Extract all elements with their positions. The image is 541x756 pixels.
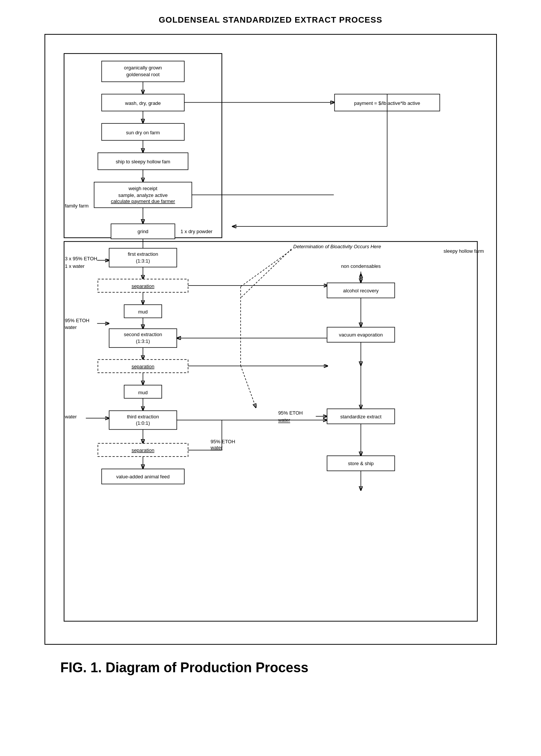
second-extraction-text: second extraction [124, 332, 162, 337]
store-ship-text: store & ship [348, 461, 374, 466]
etoh-95-sep3: 95% ETOH [210, 439, 235, 444]
vacuum-evaporation-text: vacuum evaporation [339, 332, 383, 338]
third-extraction-ratio: (1:0:1) [136, 420, 150, 426]
etoh-3x-text: 3 x 95% ETOH [64, 256, 97, 261]
separation3-text: separation [131, 447, 154, 453]
mud2-text: mud [138, 390, 147, 395]
grind-text: grind [137, 229, 148, 234]
sun-dry-text: sun dry on farm [126, 130, 160, 135]
first-extraction-ratio: (1:3:1) [136, 258, 150, 264]
separation1-text: separation [131, 283, 154, 289]
water-sep3: water [210, 445, 222, 450]
calculate-payment-text: calculate payment due farmer [110, 198, 175, 204]
water3-text: water [64, 414, 77, 419]
second-extraction-ratio: (1:3:1) [136, 338, 150, 344]
ship-to-text: ship to sleepy hollow fam [115, 159, 170, 164]
mud1-text: mud [138, 309, 147, 315]
alcohol-recovery-text: alcohol recovery [343, 288, 379, 293]
fig-caption: FIG. 1. Diagram of Production Process [60, 660, 308, 676]
water2-text: water [64, 324, 77, 330]
weigh-receipt-text: weigh receipt [128, 186, 158, 191]
water-1x-text: 1 x water [64, 263, 84, 269]
first-extraction-text: first extraction [127, 251, 158, 257]
value-added-text: value-added animal feed [116, 474, 170, 479]
svg-line-58 [241, 250, 292, 287]
diagram-container: family farm organically grown goldenseal… [44, 34, 497, 645]
separation2-text: separation [131, 364, 154, 369]
goldenseal-root-text: goldenseal root [126, 72, 159, 77]
etoh-95-text: 95% ETOH [64, 318, 89, 323]
non-condensables-text: non condensables [341, 263, 380, 269]
etoh-95-2-text: 95% ETOH [278, 410, 302, 416]
organically-grown-text: organically grown [124, 65, 162, 71]
svg-rect-12 [64, 241, 477, 621]
bioactivity-text: Determination of Bioactivity Occurs Here [293, 244, 381, 249]
svg-line-60 [241, 366, 256, 407]
third-extraction-text: third extraction [127, 414, 159, 419]
page-title: GOLDENSEAL STANDARDIZED EXTRACT PROCESS [159, 15, 382, 25]
family-farm-label: family farm [64, 203, 88, 209]
standardize-extract-text: standardize extract [340, 414, 382, 419]
dry-powder-text: 1 x dry powder [180, 229, 213, 234]
sleepy-hollow-label: sleepy hollow farm [443, 248, 484, 254]
svg-line-21 [241, 249, 291, 298]
wash-dry-text: wash, dry, grade [124, 100, 161, 106]
sample-analyze-text: sample, analyze active [118, 192, 167, 198]
